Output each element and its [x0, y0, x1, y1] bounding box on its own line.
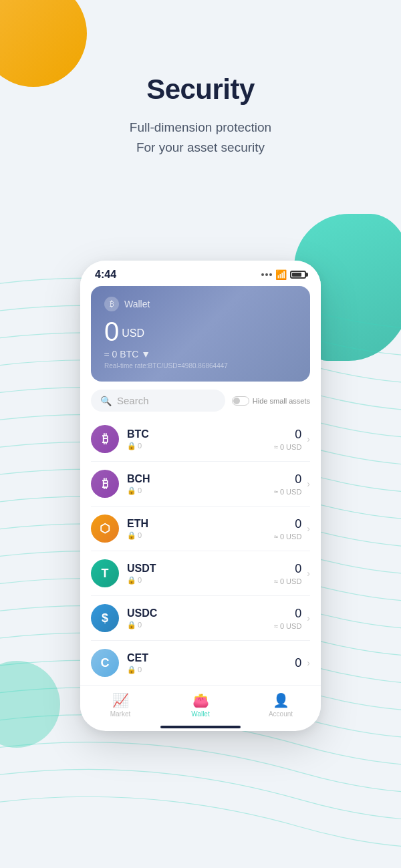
coin-name-usdc: USDC: [127, 607, 274, 619]
coin-icon-btc: ₿: [91, 425, 119, 453]
coin-name-bch: BCH: [127, 473, 274, 485]
status-icons: 📶: [261, 269, 306, 280]
status-time: 4:44: [95, 269, 116, 281]
coin-chevron-usdt: ›: [307, 568, 310, 579]
coin-icon-eth: ⬡: [91, 515, 119, 543]
coin-icon-usdc: $: [91, 604, 119, 632]
coin-item-cet[interactable]: C CET 🔒 0 0 ›: [91, 641, 310, 685]
coin-item-usdc[interactable]: $ USDC 🔒 0 0 ≈ 0 USD ›: [91, 596, 310, 641]
page-subtitle: Full-dimension protection For your asset…: [0, 118, 401, 158]
page-header: Security Full-dimension protection For y…: [0, 0, 401, 158]
nav-item-wallet[interactable]: 👛 Wallet: [160, 692, 241, 718]
wallet-icon: ₿: [104, 297, 119, 311]
wallet-header-card: ₿ Wallet 0USD ≈ 0 BTC ▼ Real-time rate:B…: [91, 286, 310, 382]
wallet-label: ₿ Wallet: [104, 297, 297, 311]
coin-amount-bch: 0: [274, 472, 302, 486]
coin-amount-eth: 0: [274, 517, 302, 531]
coin-item-eth[interactable]: ⬡ ETH 🔒 0 0 ≈ 0 USD ›: [91, 507, 310, 551]
coin-balance-usdt: 0 ≈ 0 USD: [274, 562, 302, 585]
coin-locked-btc: 🔒 0: [127, 442, 274, 450]
nav-item-market[interactable]: 📈 Market: [80, 692, 160, 718]
coin-name-usdt: USDT: [127, 563, 274, 575]
coin-item-btc[interactable]: ₿ BTC 🔒 0 0 ≈ 0 USD ›: [91, 417, 310, 462]
coin-locked-cet: 🔒 0: [127, 666, 295, 674]
status-bar: 4:44 📶: [80, 261, 321, 286]
coin-list: ₿ BTC 🔒 0 0 ≈ 0 USD › ₿ BCH 🔒 0 0 ≈ 0 U: [80, 417, 321, 685]
signal-dots-icon: [261, 273, 272, 276]
coin-usd-usdt: ≈ 0 USD: [274, 577, 302, 585]
search-container: 🔍 Search Hide small assets: [80, 390, 321, 412]
nav-label-wallet: Wallet: [191, 710, 209, 718]
coin-item-usdt[interactable]: T USDT 🔒 0 0 ≈ 0 USD ›: [91, 551, 310, 596]
coin-info-eth: ETH 🔒 0: [127, 518, 274, 540]
coin-info-btc: BTC 🔒 0: [127, 428, 274, 450]
wallet-amount: 0USD: [104, 318, 297, 345]
coin-locked-usdt: 🔒 0: [127, 576, 274, 585]
coin-info-bch: BCH 🔒 0: [127, 473, 274, 495]
bg-green-circle: [0, 661, 60, 748]
nav-label-market: Market: [110, 710, 131, 718]
coin-balance-usdc: 0 ≈ 0 USD: [274, 607, 302, 630]
search-icon: 🔍: [100, 396, 112, 406]
chart-icon: 📈: [112, 692, 129, 708]
bottom-nav: 📈 Market 👛 Wallet 👤 Account: [80, 685, 321, 722]
search-input[interactable]: Search: [117, 395, 149, 406]
coin-info-cet: CET 🔒 0: [127, 652, 295, 674]
coin-locked-bch: 🔒 0: [127, 486, 274, 495]
coin-locked-eth: 🔒 0: [127, 531, 274, 540]
toggle-icon[interactable]: [232, 396, 249, 406]
coin-usd-eth: ≈ 0 USD: [274, 533, 302, 541]
coin-chevron-usdc: ›: [307, 613, 310, 623]
wallet-btc-amount: ≈ 0 BTC ▼: [104, 349, 297, 359]
coin-amount-btc: 0: [274, 428, 302, 442]
coin-info-usdc: USDC 🔒 0: [127, 607, 274, 629]
coin-balance-bch: 0 ≈ 0 USD: [274, 472, 302, 496]
coin-icon-bch: ₿: [91, 470, 119, 498]
coin-name-btc: BTC: [127, 428, 274, 440]
phone-mockup: 4:44 📶 ₿ Wallet 0USD ≈ 0 BTC ▼ Real-tim: [80, 261, 321, 731]
wifi-icon: 📶: [275, 269, 287, 280]
coin-chevron-cet: ›: [307, 658, 310, 668]
wallet-icon: 👛: [192, 692, 209, 708]
home-indicator: [160, 726, 241, 728]
coin-usd-usdc: ≈ 0 USD: [274, 622, 302, 630]
battery-icon: [290, 271, 306, 279]
coin-balance-cet: 0: [295, 656, 301, 670]
coin-chevron-btc: ›: [307, 434, 310, 444]
coin-amount-usdt: 0: [274, 562, 302, 576]
search-bar[interactable]: 🔍 Search: [91, 390, 225, 412]
coin-chevron-bch: ›: [307, 478, 310, 489]
coin-icon-usdt: T: [91, 559, 119, 587]
page-title: Security: [0, 74, 401, 106]
toggle-dot: [233, 398, 240, 404]
coin-locked-usdc: 🔒 0: [127, 621, 274, 629]
coin-item-bch[interactable]: ₿ BCH 🔒 0 0 ≈ 0 USD ›: [91, 462, 310, 507]
coin-chevron-eth: ›: [307, 523, 310, 534]
coin-balance-btc: 0 ≈ 0 USD: [274, 428, 302, 451]
coin-name-eth: ETH: [127, 518, 274, 530]
coin-info-usdt: USDT 🔒 0: [127, 563, 274, 585]
nav-label-account: Account: [269, 710, 293, 718]
coin-name-cet: CET: [127, 652, 295, 664]
coin-amount-usdc: 0: [274, 607, 302, 621]
coin-usd-btc: ≈ 0 USD: [274, 443, 302, 451]
nav-item-account[interactable]: 👤 Account: [241, 692, 321, 718]
coin-icon-cet: C: [91, 649, 119, 677]
coin-amount-cet: 0: [295, 656, 301, 670]
account-icon: 👤: [273, 692, 289, 708]
coin-balance-eth: 0 ≈ 0 USD: [274, 517, 302, 541]
coin-usd-bch: ≈ 0 USD: [274, 488, 302, 496]
hide-small-assets-toggle[interactable]: Hide small assets: [232, 396, 310, 406]
wallet-rate: Real-time rate:BTC/USD=4980.86864447: [104, 362, 297, 370]
